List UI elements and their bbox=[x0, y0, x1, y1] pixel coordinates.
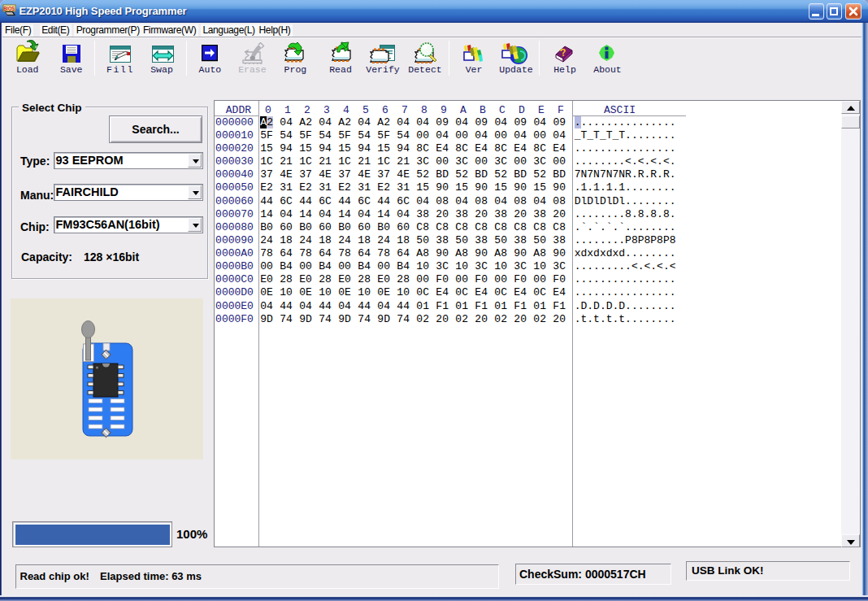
svg-text:BIOS: BIOS bbox=[3, 6, 15, 11]
